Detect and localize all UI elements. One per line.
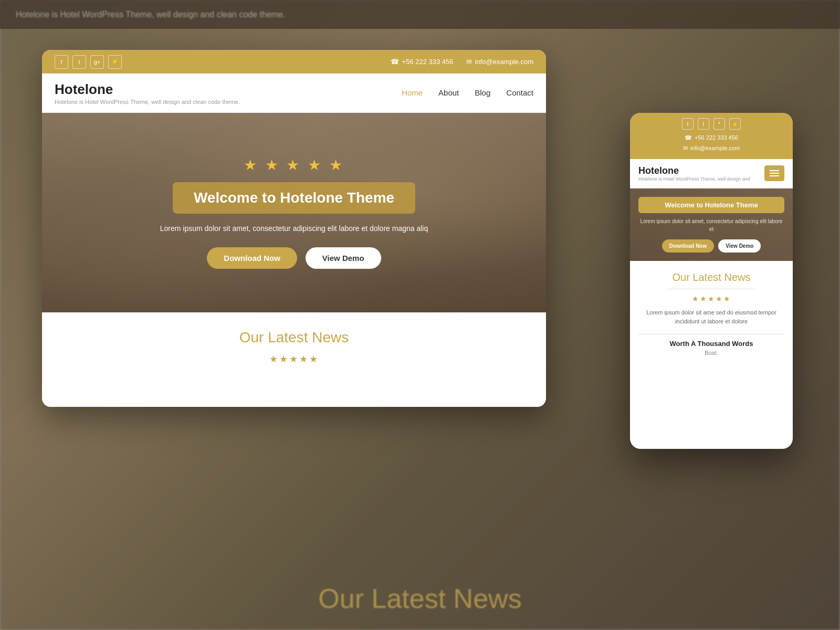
desktop-contact-info: ☎ +56 222 333 456 ✉ info@example.com: [391, 58, 533, 66]
hero-title: Welcome to Hotelone Theme: [194, 190, 394, 206]
desktop-mockup: f t g+ ⚡ ☎ +56 222 333 456 ✉ info@exampl…: [42, 50, 546, 407]
email-icon: ✉: [466, 58, 472, 66]
mobile-email-row: ✉ info@example.com: [638, 143, 784, 154]
mobile-news-divider2: [638, 334, 784, 334]
mobile-download-button[interactable]: Download Now: [662, 239, 715, 253]
mobile-phone-row: ☎ +56 222 333 456: [638, 133, 784, 143]
mobile-news-article: Worth A Thousand Words Boat.: [638, 340, 784, 356]
hamburger-line-1: [770, 170, 779, 171]
mobile-social-icons: f t * ⚡: [638, 118, 784, 130]
download-now-button[interactable]: Download Now: [207, 247, 297, 269]
twitter-icon[interactable]: t: [72, 55, 86, 69]
menu-link-about[interactable]: About: [438, 88, 459, 97]
hero-buttons: Download Now View Demo: [207, 247, 381, 269]
view-demo-button[interactable]: View Demo: [306, 247, 381, 269]
rss-icon[interactable]: ⚡: [108, 55, 122, 69]
background-bottom-text: Our Latest News: [0, 583, 840, 614]
menu-item-contact[interactable]: Contact: [506, 88, 533, 98]
menu-item-about[interactable]: About: [438, 88, 459, 98]
mobile-email: info@example.com: [690, 143, 740, 154]
desktop-news-section: Our Latest News ★★★★★: [42, 312, 546, 377]
logo-tagline: Hotelone is Hotel WordPress Theme, well …: [55, 99, 240, 105]
mobile-hero-title: Welcome to Hotelone Theme: [638, 197, 784, 213]
menu-item-home[interactable]: Home: [402, 88, 423, 98]
bottom-title: Our Latest: [318, 583, 446, 614]
mobile-news-description: Lorem ipsum dolor sit ame sed do eiusmod…: [638, 308, 784, 327]
mobile-phone-icon: ☎: [685, 133, 692, 143]
mobile-article-title: Worth A Thousand Words: [638, 340, 784, 348]
hero-stars: ★ ★ ★ ★ ★: [244, 156, 344, 174]
desktop-hero: ★ ★ ★ ★ ★ Welcome to Hotelone Theme Lore…: [42, 113, 546, 312]
mobile-twitter-icon[interactable]: t: [698, 118, 709, 130]
desktop-menu: Home About Blog Contact: [402, 88, 533, 98]
email-contact: ✉ info@example.com: [466, 58, 533, 66]
logo-title: Hotelone: [55, 81, 240, 98]
mobile-facebook-icon[interactable]: f: [682, 118, 694, 130]
menu-link-home[interactable]: Home: [402, 88, 423, 97]
googleplus-icon[interactable]: g+: [90, 55, 104, 69]
mobile-news-divider: [668, 289, 755, 289]
bottom-title-accent: News: [454, 583, 522, 614]
mobile-news-title: Our Latest News: [638, 271, 784, 284]
mobile-mockup: f t * ⚡ ☎ +56 222 333 456 ✉ info@example…: [630, 113, 793, 449]
mobile-hero: Welcome to Hotelone Theme Lorem ipsum do…: [630, 188, 793, 261]
hero-title-box: Welcome to Hotelone Theme: [173, 182, 415, 214]
mobile-article-tag: Boat.: [638, 350, 784, 356]
desktop-nav: Hotelone Hotelone is Hotel WordPress The…: [42, 74, 546, 113]
hamburger-line-2: [770, 173, 779, 174]
desktop-news-title: Our Latest News: [55, 329, 533, 346]
mobile-topbar: f t * ⚡ ☎ +56 222 333 456 ✉ info@example…: [630, 113, 793, 159]
mobile-demo-button[interactable]: View Demo: [718, 239, 761, 253]
email-address: info@example.com: [475, 58, 533, 66]
mobile-phone: +56 222 333 456: [695, 133, 738, 143]
background-top-text: Hotelone is Hotel WordPress Theme, well …: [16, 10, 285, 19]
background-top-bar: Hotelone is Hotel WordPress Theme, well …: [0, 0, 840, 29]
mobile-news-section: Our Latest News ★★★★★ Lorem ipsum dolor …: [630, 261, 793, 366]
mobile-news-title-text: Our Latest: [673, 271, 721, 283]
mobile-menu-button[interactable]: [764, 165, 784, 181]
mobile-contact-info: ☎ +56 222 333 456 ✉ info@example.com: [638, 133, 784, 154]
desktop-topbar: f t g+ ⚡ ☎ +56 222 333 456 ✉ info@exampl…: [42, 50, 546, 74]
mobile-logo-title: Hotelone: [638, 165, 750, 176]
facebook-icon[interactable]: f: [55, 55, 68, 69]
mobile-hero-buttons: Download Now View Demo: [638, 239, 784, 253]
mobile-nav: Hotelone Hotelone is Hotel WordPress The…: [630, 159, 793, 188]
news-title-text: Our Latest: [239, 329, 308, 345]
mobile-email-icon: ✉: [683, 143, 688, 154]
mobile-rss-icon[interactable]: ⚡: [729, 118, 741, 130]
menu-link-blog[interactable]: Blog: [475, 88, 490, 97]
mobile-news-title-accent: News: [724, 271, 750, 283]
hamburger-line-3: [770, 175, 779, 176]
phone-number: +56 222 333 456: [402, 58, 454, 66]
menu-link-contact[interactable]: Contact: [506, 88, 533, 97]
mobile-logo: Hotelone Hotelone is Hotel WordPress The…: [638, 165, 750, 182]
desktop-news-stars: ★★★★★: [55, 353, 533, 365]
mobile-news-stars: ★★★★★: [638, 295, 784, 303]
desktop-social-icons: f t g+ ⚡: [55, 55, 122, 69]
phone-contact: ☎ +56 222 333 456: [391, 58, 454, 66]
desktop-logo: Hotelone Hotelone is Hotel WordPress The…: [55, 81, 240, 105]
mobile-googleplus-icon[interactable]: *: [713, 118, 725, 130]
mobile-hero-text: Lorem ipsum dolor sit amet, consectetur …: [638, 217, 784, 233]
hero-subtitle: Lorem ipsum dolor sit amet, consectetur …: [160, 224, 428, 233]
phone-icon: ☎: [391, 58, 399, 66]
news-title-accent: News: [312, 329, 349, 345]
mobile-logo-tagline: Hotelone is Hotel WordPress Theme, well …: [638, 176, 750, 182]
menu-item-blog[interactable]: Blog: [475, 88, 490, 98]
